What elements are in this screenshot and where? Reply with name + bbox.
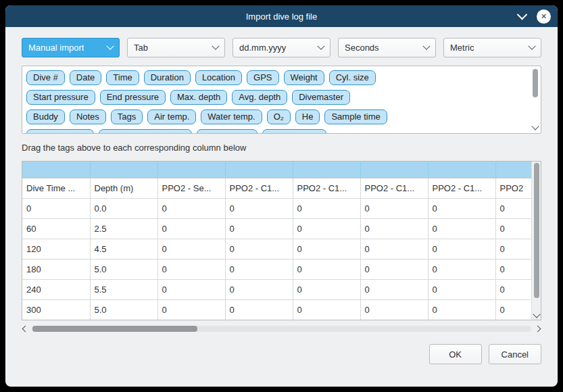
table-cell: 300: [22, 299, 90, 320]
dialog-content: Manual importTabdd.mm.yyyySecondsMetric …: [5, 27, 558, 387]
column-drop-row: [22, 162, 541, 178]
table-cell: 0.0: [90, 198, 157, 218]
combo-manual-import[interactable]: Manual import: [22, 38, 120, 57]
tag-duration[interactable]: Duration: [144, 70, 191, 85]
table-cell: 5.0: [90, 299, 157, 320]
tag-max-depth[interactable]: Max. depth: [170, 90, 227, 105]
scrollbar-track[interactable]: [32, 326, 531, 332]
table-cell: 0: [360, 259, 428, 279]
chevron-down-icon[interactable]: [517, 9, 528, 20]
table-cell: 120: [22, 239, 90, 259]
tag-o[interactable]: O₂: [267, 109, 291, 124]
combo-label: Tab: [134, 43, 148, 53]
column-header-ppo2-c1: PPO2 - C1...: [225, 178, 293, 198]
table-cell: 0: [360, 198, 428, 218]
table-cell: 0: [428, 218, 495, 239]
table-cell: 0: [293, 279, 360, 299]
scrollbar-handle[interactable]: [533, 69, 538, 97]
titlebar-icons: ✕: [518, 5, 551, 27]
table-scrollbar-horizontal[interactable]: [22, 323, 541, 335]
scrollbar-handle[interactable]: [32, 326, 197, 332]
ok-button[interactable]: OK: [429, 344, 482, 364]
column-header-dive-time: Dive Time ...: [22, 178, 90, 198]
column-header-ppo2-se: PPO2 - Se...: [157, 178, 225, 198]
combo-seconds[interactable]: Seconds: [338, 38, 436, 57]
table-cell: 180: [22, 259, 90, 279]
tag-box: Dive #DateTimeDurationLocationGPSWeightC…: [22, 66, 541, 134]
table-cell: 0: [157, 299, 225, 320]
chevron-right-icon[interactable]: [535, 326, 541, 333]
table-cell: 240: [22, 279, 90, 299]
chevron-down-icon: [106, 42, 114, 49]
table-cell: 0: [428, 259, 495, 279]
column-drop-target[interactable]: [428, 162, 495, 178]
column-drop-target[interactable]: [293, 162, 360, 178]
scrollbar-handle[interactable]: [534, 163, 539, 298]
tag-sample-cns[interactable]: Sample CNS: [262, 129, 326, 134]
tag-list: Dive #DateTimeDurationLocationGPSWeightC…: [22, 66, 541, 134]
column-drop-target[interactable]: [157, 162, 225, 178]
table-cell: 0: [225, 218, 293, 239]
table-cell: 0: [22, 198, 90, 218]
tag-he[interactable]: He: [295, 109, 320, 124]
tag-avg-depth[interactable]: Avg. depth: [232, 90, 287, 105]
table-cell: 2.5: [90, 218, 157, 239]
tag-gps[interactable]: GPS: [247, 70, 278, 85]
table-cell: 0: [428, 198, 495, 218]
import-dialog-window: Import dive log file ✕ Manual importTabd…: [5, 5, 558, 387]
close-button[interactable]: ✕: [537, 9, 551, 24]
tag-air-temp[interactable]: Air temp.: [147, 109, 196, 124]
tag-divemaster[interactable]: Divemaster: [292, 90, 350, 105]
tagbox-scrollbar-vertical[interactable]: [531, 68, 539, 132]
combo-label: Metric: [450, 43, 474, 53]
table-cell: 0: [428, 279, 495, 299]
tag-time[interactable]: Time: [106, 70, 139, 85]
combo-dd-mm-yyyy[interactable]: dd.mm.yyyy: [232, 38, 331, 57]
table-cell: 5.5: [90, 279, 157, 299]
tag-sample-temperature[interactable]: Sample temperature: [99, 129, 192, 134]
table-cell: 0: [157, 239, 225, 259]
table-cell: 0: [225, 239, 293, 259]
tag-location[interactable]: Location: [195, 70, 242, 85]
chevron-down-icon: [212, 42, 219, 49]
combo-metric[interactable]: Metric: [443, 38, 541, 57]
table-cell: 60: [22, 218, 90, 239]
table-cell: 0: [360, 279, 428, 299]
tag-end-pressure[interactable]: End pressure: [100, 90, 166, 105]
table-cell: 5.0: [90, 259, 157, 279]
chevron-down-icon[interactable]: [531, 122, 539, 130]
cancel-button[interactable]: Cancel: [489, 344, 541, 364]
tag-water-temp[interactable]: Water temp.: [201, 109, 262, 124]
table-row: 00.0000000: [22, 198, 541, 218]
tag-dive[interactable]: Dive #: [26, 70, 65, 85]
tag-sample-po[interactable]: Sample pO₂: [197, 129, 258, 134]
tag-start-pressure[interactable]: Start pressure: [26, 90, 95, 105]
chevron-left-icon[interactable]: [22, 326, 29, 333]
tag-weight[interactable]: Weight: [284, 70, 324, 85]
table-cell: 0: [293, 299, 360, 320]
tag-row: Dive #DateTimeDurationLocationGPSWeightC…: [26, 70, 526, 85]
column-drop-target[interactable]: [225, 162, 293, 178]
tag-tags[interactable]: Tags: [111, 109, 143, 124]
column-drop-target[interactable]: [90, 162, 157, 178]
table-cell: 0: [293, 239, 360, 259]
tag-notes[interactable]: Notes: [70, 109, 106, 124]
column-drop-target[interactable]: [22, 162, 90, 178]
table-scrollbar-vertical[interactable]: [531, 162, 541, 320]
combo-tab[interactable]: Tab: [127, 38, 225, 57]
table-row: 1805.0000000: [22, 259, 541, 279]
column-drop-target[interactable]: [360, 162, 428, 178]
import-preview-table-wrap: Dive Time ...Depth (m)PPO2 - Se...PPO2 -…: [22, 161, 541, 320]
table-row: 2405.5000000: [22, 279, 541, 299]
tag-sample-time[interactable]: Sample time: [324, 109, 387, 124]
tag-date[interactable]: Date: [70, 70, 101, 85]
tag-sample-depth[interactable]: Sample depth: [26, 129, 94, 134]
chevron-down-icon[interactable]: [533, 310, 540, 318]
tag-cyl-size[interactable]: Cyl. size: [329, 70, 376, 85]
table-cell: 0: [293, 198, 360, 218]
table-cell: 0: [293, 218, 360, 239]
titlebar[interactable]: Import dive log file ✕: [5, 5, 558, 27]
table-header-row: Dive Time ...Depth (m)PPO2 - Se...PPO2 -…: [22, 178, 541, 198]
tag-buddy[interactable]: Buddy: [26, 109, 65, 124]
table-cell: 0: [225, 198, 293, 218]
